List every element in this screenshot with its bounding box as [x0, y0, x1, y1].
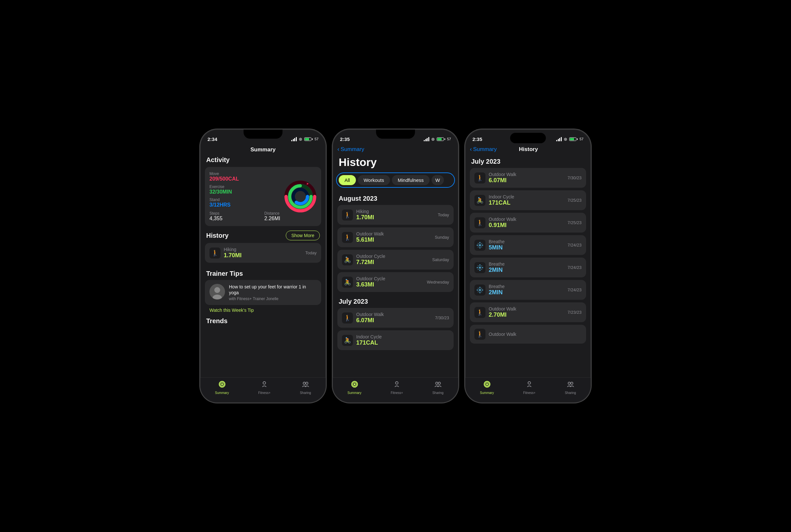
- p2-icon-5: 🚴: [342, 335, 353, 346]
- tab-summary-2[interactable]: Summary: [347, 380, 361, 395]
- back-group-3: ‹ Summary: [470, 146, 497, 153]
- svg-point-46: [482, 289, 483, 291]
- battery-fill-3: [570, 138, 574, 140]
- trainer-text: How to set up your feet for warrior 1 in…: [229, 284, 316, 301]
- svg-point-27: [478, 243, 479, 244]
- battery-body-1: [304, 137, 311, 141]
- status-icons-2: ⊛ 57: [424, 137, 451, 141]
- tab-fitnessplus-3[interactable]: Fitness+: [523, 380, 536, 395]
- p2-name-2: Outdoor Cycle: [356, 254, 429, 259]
- show-more-button[interactable]: Show More: [286, 231, 320, 240]
- signal-bar-2: [293, 139, 294, 141]
- p3-item-5[interactable]: Breathe 2MIN 7/24/23: [470, 280, 586, 300]
- svg-point-14: [306, 382, 308, 384]
- p2-date-1: Sunday: [435, 235, 449, 240]
- p2-value-5: 171CAL: [356, 339, 446, 346]
- back-text-2[interactable]: Summary: [341, 146, 364, 153]
- p3-item-0[interactable]: 🚶 Outdoor Walk 6.07MI 7/30/23: [470, 168, 586, 188]
- breathe-icon-4: [475, 263, 484, 272]
- phone-2: 2:35 ⊛ 57 ‹ Summa: [332, 129, 459, 403]
- svg-point-43: [479, 287, 481, 288]
- battery-body-3: [569, 137, 576, 141]
- p2-icon-2: 🚴: [342, 254, 353, 265]
- back-text-3[interactable]: Summary: [473, 146, 497, 153]
- tab-summary-3[interactable]: Summary: [480, 380, 494, 395]
- history-item-0[interactable]: 🚶 Hiking 1.70MI Today: [205, 243, 321, 263]
- status-icons-3: ⊛ 57: [556, 137, 583, 141]
- p2-item-4[interactable]: 🚶 Outdoor Walk 6.07MI 7/30/23: [337, 308, 454, 328]
- tab-sharing-2[interactable]: Sharing: [432, 380, 443, 395]
- distance-item: Distance 2.26MI: [264, 211, 280, 222]
- filter-all[interactable]: All: [339, 175, 356, 185]
- p3-item-3[interactable]: Breathe 5MIN 7/24/23: [470, 235, 586, 255]
- tab-label-fitnessplus-2: Fitness+: [391, 391, 403, 395]
- svg-point-34: [479, 270, 481, 271]
- month-aug-2023: August 2023: [333, 192, 458, 205]
- activity-ring-container: ➤: [284, 180, 316, 213]
- svg-point-47: [478, 288, 479, 289]
- p2-date-4: 7/30/23: [435, 316, 449, 320]
- svg-point-18: [396, 382, 398, 384]
- p3-info-7: Outdoor Walk: [489, 331, 578, 337]
- p3-info-2: Outdoor Walk 0.91MI: [489, 216, 564, 229]
- p2-item-0[interactable]: 🚶 Hiking 1.70MI Today: [337, 205, 454, 225]
- tab-label-summary-3: Summary: [480, 391, 494, 395]
- signal-bar-3-3: [559, 138, 560, 141]
- p2-item-2[interactable]: 🚴 Outdoor Cycle 7.72MI Saturday: [337, 250, 454, 270]
- filter-w[interactable]: W: [431, 175, 444, 185]
- move-value: 209/500CAL: [209, 176, 280, 182]
- p3-value-6: 2.70MI: [489, 311, 564, 318]
- tab-bar-1: Summary Fitness+: [200, 377, 326, 402]
- status-time-1: 2:34: [208, 136, 217, 142]
- p2-icon-4: 🚶: [342, 312, 353, 323]
- summary-tab-icon-1: [218, 380, 226, 390]
- p2-item-5[interactable]: 🚴 Indoor Cycle 171CAL: [337, 330, 454, 350]
- svg-point-38: [481, 265, 482, 266]
- p3-date-1: 7/25/23: [567, 198, 582, 203]
- exercise-label: Exercise: [209, 185, 280, 189]
- tab-sharing-1[interactable]: Sharing: [300, 380, 311, 395]
- steps-label: Steps: [209, 211, 223, 216]
- exercise-stat: Exercise 32/30MIN: [209, 185, 280, 195]
- tab-summary-1[interactable]: Summary: [215, 380, 229, 395]
- svg-point-45: [477, 289, 478, 291]
- filter-workouts[interactable]: Workouts: [358, 175, 390, 185]
- tab-sharing-3[interactable]: Sharing: [565, 380, 576, 395]
- sharing-tab-icon-2: [434, 380, 442, 390]
- back-arrow-3: ‹: [470, 146, 472, 153]
- tab-fitnessplus-2[interactable]: Fitness+: [391, 380, 403, 395]
- p3-icon-0: 🚶: [475, 172, 485, 184]
- p3-item-1[interactable]: 🚴 Indoor Cycle 171CAL 7/25/23: [470, 190, 586, 210]
- stand-value: 3/12HRS: [209, 202, 280, 208]
- tab-fitnessplus-1[interactable]: Fitness+: [258, 380, 270, 395]
- svg-point-48: [481, 288, 482, 289]
- p2-item-3[interactable]: 🚴 Outdoor Cycle 3.63MI Wednesday: [337, 272, 454, 292]
- fitness-icon-svg-2: [393, 380, 401, 388]
- p3-info-0: Outdoor Walk 6.07MI: [489, 172, 564, 184]
- p2-item-1[interactable]: 🚶 Outdoor Walk 5.61MI Sunday: [337, 227, 454, 247]
- p2-info-2: Outdoor Cycle 7.72MI: [356, 254, 429, 266]
- p3-item-4[interactable]: Breathe 2MIN 7/24/23: [470, 258, 586, 278]
- filter-mindfulness[interactable]: Mindfulness: [392, 175, 430, 185]
- p3-item-6[interactable]: 🚶 Outdoor Walk 2.70MI 7/23/23: [470, 302, 586, 322]
- p3-item-7[interactable]: 🚶 Outdoor Walk: [470, 325, 586, 344]
- watch-tip-link[interactable]: Watch this Week's Tip: [205, 308, 321, 313]
- svg-point-40: [481, 269, 482, 270]
- p3-info-3: Breathe 5MIN: [489, 239, 564, 251]
- signal-bar-3-2: [558, 139, 559, 141]
- p3-item-2[interactable]: 🚶 Outdoor Walk 0.91MI 7/25/23: [470, 213, 586, 232]
- history-section-title: History: [206, 232, 229, 240]
- signal-bar-2-4: [428, 137, 429, 141]
- history-list-3: July 2023 🚶 Outdoor Walk 6.07MI 7/30/23 …: [465, 155, 591, 377]
- workout-value-0: 1.70MI: [224, 252, 302, 259]
- battery-pct-3: 57: [580, 137, 583, 141]
- tip-title: How to set up your feet for warrior 1 in…: [229, 284, 316, 296]
- tab-label-summary-1: Summary: [215, 391, 229, 395]
- status-icons-1: ⊛ 57: [291, 137, 319, 141]
- summary-icon-svg-3: [483, 380, 491, 388]
- back-nav-3: ‹ Summary History: [465, 144, 591, 155]
- battery-fill-1: [305, 138, 309, 140]
- p3-info-5: Breathe 2MIN: [489, 284, 564, 296]
- activity-stats: Move 209/500CAL Exercise 32/30MIN Stand …: [209, 171, 280, 222]
- activity-ring-svg: ➤: [284, 180, 316, 213]
